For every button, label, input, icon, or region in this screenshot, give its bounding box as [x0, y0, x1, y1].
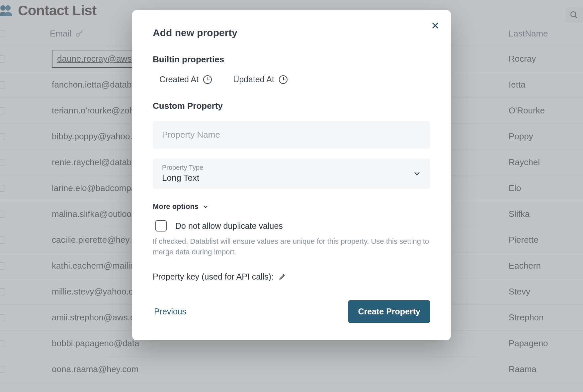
builtin-properties: Created At Updated At: [153, 75, 430, 84]
property-type-select[interactable]: Property Type Long Text: [153, 159, 430, 189]
modal-footer: Previous Create Property: [153, 300, 430, 323]
property-type-label: Property Type: [162, 164, 203, 171]
property-name-field-wrap: [153, 121, 430, 149]
modal-title: Add new property: [153, 27, 430, 38]
chevron-down-icon: [413, 169, 421, 177]
builtin-updated-label: Updated At: [233, 75, 274, 84]
clock-icon: [203, 75, 212, 84]
builtin-created-label: Created At: [159, 75, 199, 84]
modal-overlay[interactable]: Add new property Builtin properties Crea…: [0, 0, 583, 392]
more-options-label: More options: [153, 202, 199, 211]
create-property-button[interactable]: Create Property: [348, 300, 430, 323]
duplicate-values-row: Do not allow duplicate values: [153, 220, 430, 231]
custom-section-title: Custom Property: [153, 101, 430, 111]
duplicate-values-checkbox[interactable]: [155, 220, 167, 231]
add-property-modal: Add new property Builtin properties Crea…: [132, 10, 451, 340]
property-key-row: Property key (used for API calls):: [153, 272, 430, 282]
clock-icon: [279, 75, 288, 84]
builtin-created-at[interactable]: Created At: [159, 75, 212, 84]
more-options-toggle[interactable]: More options: [153, 202, 430, 211]
close-button[interactable]: [429, 19, 442, 32]
builtin-section-title: Builtin properties: [153, 54, 430, 65]
edit-icon[interactable]: [279, 273, 286, 280]
property-name-input[interactable]: [162, 130, 421, 140]
chevron-down-icon: [203, 204, 208, 210]
property-type-value: Long Text: [162, 173, 203, 183]
previous-button[interactable]: Previous: [153, 303, 188, 320]
duplicate-values-help: If checked, Datablist will ensure values…: [153, 236, 430, 257]
property-key-label: Property key (used for API calls):: [153, 272, 274, 282]
builtin-updated-at[interactable]: Updated At: [233, 75, 288, 84]
duplicate-values-label: Do not allow duplicate values: [175, 221, 283, 231]
